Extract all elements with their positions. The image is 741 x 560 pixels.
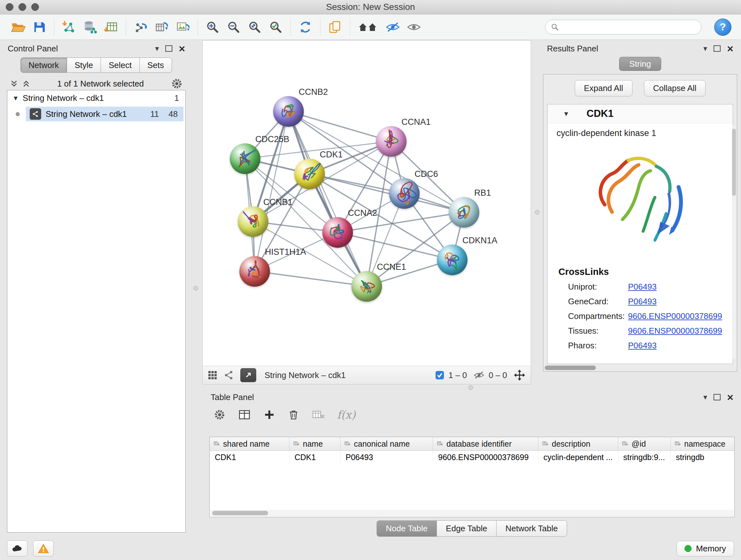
splitter-handle[interactable] bbox=[193, 286, 198, 291]
minimize-window-button[interactable] bbox=[18, 3, 26, 11]
column-header-name[interactable]: name bbox=[289, 437, 340, 450]
close-window-button[interactable] bbox=[6, 3, 13, 11]
warnings-button[interactable] bbox=[33, 541, 54, 557]
open-session-button[interactable] bbox=[10, 19, 26, 35]
crosslink-value-link[interactable]: 9606.ENSP00000378699 bbox=[628, 326, 722, 336]
network-node-CDC6[interactable] bbox=[389, 178, 420, 209]
help-button[interactable]: ? bbox=[714, 18, 731, 36]
table-cell[interactable]: stringdb bbox=[671, 451, 735, 463]
zoom-fit-button[interactable] bbox=[247, 19, 263, 35]
network-node-CCNB1[interactable] bbox=[238, 206, 268, 237]
expand-all-icon[interactable] bbox=[22, 79, 30, 88]
zoom-selected-button[interactable] bbox=[268, 19, 284, 35]
panel-float-icon[interactable] bbox=[165, 45, 172, 52]
table-settings-gear-icon[interactable] bbox=[213, 408, 226, 421]
network-canvas[interactable]: CCNB2CCNA1CDC25BCDK1CDC6RB1CCNB1CCNA2CDK… bbox=[203, 41, 531, 366]
table-cell[interactable]: CDK1 bbox=[289, 451, 340, 463]
export-image-button[interactable] bbox=[175, 19, 191, 35]
gear-icon[interactable] bbox=[171, 77, 183, 90]
table-cell[interactable]: cyclin-dependent ... bbox=[538, 451, 618, 463]
panel-menu-icon[interactable]: ▾ bbox=[155, 45, 159, 52]
panel-close-icon[interactable]: × bbox=[179, 43, 185, 54]
search-input[interactable] bbox=[562, 22, 696, 32]
export-table-button[interactable] bbox=[154, 19, 170, 35]
column-header-shared-name[interactable]: shared name bbox=[210, 437, 289, 450]
delete-column-trash-icon[interactable] bbox=[287, 408, 300, 421]
tab-node-table[interactable]: Node Table bbox=[377, 520, 437, 537]
network-edge-CCNB2-CCNE1[interactable] bbox=[288, 111, 367, 286]
network-edge-CDK1-RB1[interactable] bbox=[310, 174, 464, 212]
table-cell[interactable]: 9606.ENSP00000378699 bbox=[433, 451, 538, 463]
table-scrollbar-thumb[interactable] bbox=[212, 511, 268, 515]
save-session-button[interactable] bbox=[31, 19, 47, 35]
panel-float-icon[interactable] bbox=[714, 394, 721, 400]
zoom-out-button[interactable] bbox=[226, 19, 242, 35]
panel-close-icon[interactable]: × bbox=[727, 43, 733, 54]
collapse-all-icon[interactable] bbox=[10, 79, 18, 88]
splitter-handle[interactable] bbox=[468, 385, 473, 390]
column-header-canonical-name[interactable]: canonical name bbox=[340, 437, 433, 450]
network-node-CCNA1[interactable] bbox=[376, 126, 407, 157]
column-header--id[interactable]: @id bbox=[618, 437, 671, 450]
crosslink-value-link[interactable]: P06493 bbox=[628, 341, 657, 351]
panel-menu-icon[interactable]: ▾ bbox=[703, 45, 707, 52]
apply-layout-button[interactable] bbox=[297, 19, 313, 35]
show-glass-effect-button[interactable] bbox=[406, 19, 422, 35]
selected-network-row[interactable]: String Network – cdk1 11 48 bbox=[26, 107, 184, 121]
add-column-plus-icon[interactable] bbox=[263, 408, 276, 421]
memory-button[interactable]: Memory bbox=[677, 541, 734, 557]
table-cell[interactable]: P06493 bbox=[340, 451, 433, 463]
gene-card-header[interactable]: ▾ CDK1 bbox=[548, 105, 733, 123]
tab-network-table[interactable]: Network Table bbox=[496, 520, 567, 537]
table-cell[interactable]: CDK1 bbox=[210, 451, 289, 463]
show-columns-icon[interactable] bbox=[238, 408, 252, 422]
network-node-CDC25B[interactable] bbox=[230, 143, 260, 174]
hide-glass-effect-button[interactable] bbox=[385, 19, 401, 35]
results-vertical-scrollbar[interactable] bbox=[732, 129, 736, 196]
hidden-eye-slash-icon[interactable] bbox=[473, 370, 485, 380]
toolbar-search[interactable] bbox=[545, 20, 701, 35]
import-table-button[interactable] bbox=[103, 19, 119, 35]
zoom-window-button[interactable] bbox=[31, 3, 39, 11]
panel-float-icon[interactable] bbox=[714, 45, 721, 52]
birds-eye-view-icon[interactable] bbox=[208, 370, 217, 380]
network-node-HIST1H1A[interactable] bbox=[239, 256, 270, 287]
column-header-database-identifier[interactable]: database identifier bbox=[433, 437, 538, 450]
detach-view-button[interactable] bbox=[240, 368, 256, 382]
network-node-CCNE1[interactable] bbox=[351, 271, 382, 302]
cloud-status-button[interactable] bbox=[7, 541, 27, 557]
tab-edge-table[interactable]: Edge Table bbox=[436, 520, 496, 537]
crosslink-value-link[interactable]: P06493 bbox=[628, 297, 657, 307]
table-cell[interactable]: stringdb:9... bbox=[618, 451, 671, 463]
network-node-CDKN1A[interactable] bbox=[437, 245, 468, 275]
network-node-CDK1[interactable] bbox=[294, 159, 325, 189]
import-network-from-database-button[interactable] bbox=[82, 19, 98, 35]
network-collection-row[interactable]: ▾ String Network – cdk1 1 bbox=[7, 90, 185, 106]
network-node-RB1[interactable] bbox=[449, 197, 479, 228]
import-network-from-file-button[interactable] bbox=[61, 19, 77, 35]
pan-move-icon[interactable] bbox=[514, 369, 526, 381]
network-edge-HIST1H1A-CCNE1[interactable] bbox=[255, 271, 367, 286]
tab-sets[interactable]: Sets bbox=[139, 57, 172, 73]
network-node-CCNA2[interactable] bbox=[322, 217, 353, 248]
panel-close-icon[interactable]: × bbox=[727, 392, 733, 402]
expand-all-button[interactable]: Expand All bbox=[575, 80, 632, 97]
panel-menu-icon[interactable]: ▾ bbox=[703, 393, 707, 401]
network-node-CCNB2[interactable] bbox=[273, 96, 304, 127]
zoom-in-button[interactable] bbox=[205, 19, 220, 35]
tab-string[interactable]: String bbox=[619, 57, 661, 71]
tab-select[interactable]: Select bbox=[100, 57, 139, 73]
copy-button[interactable] bbox=[327, 19, 343, 35]
export-network-button[interactable] bbox=[133, 19, 149, 35]
tab-style[interactable]: Style bbox=[67, 57, 101, 73]
selected-checkbox-icon[interactable] bbox=[435, 370, 445, 380]
splitter-handle[interactable] bbox=[535, 210, 539, 214]
network-tree-item[interactable]: String Network – cdk1 11 48 bbox=[7, 106, 185, 122]
column-header-namespace[interactable]: namespace bbox=[671, 437, 735, 450]
tab-network[interactable]: Network bbox=[20, 57, 67, 73]
tree-expander-icon[interactable]: ▾ bbox=[14, 94, 17, 102]
column-header-description[interactable]: description bbox=[538, 437, 618, 450]
crosslink-value-link[interactable]: 9606.ENSP00000378699 bbox=[628, 311, 722, 321]
gene-collapse-icon[interactable]: ▾ bbox=[564, 110, 568, 118]
results-horizontal-scrollbar[interactable] bbox=[545, 366, 596, 370]
